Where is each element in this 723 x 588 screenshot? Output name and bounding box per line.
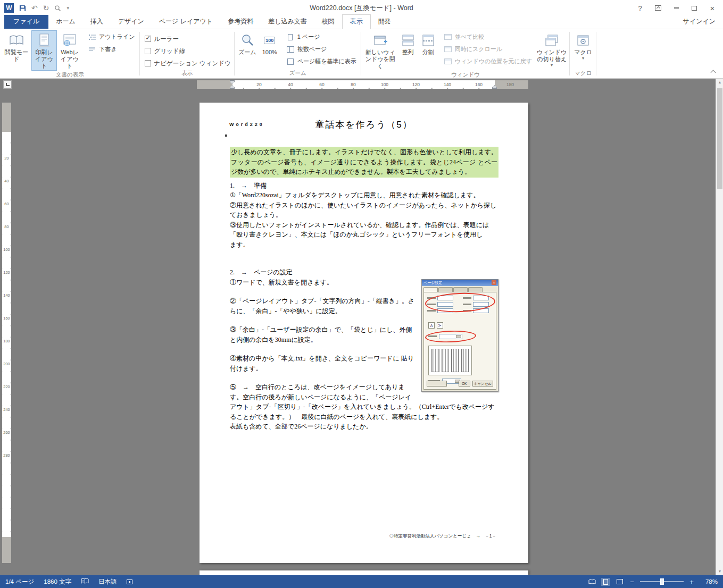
gridlines-checkbox[interactable]: グリッド線	[145, 46, 231, 56]
scroll-down-icon[interactable]: ▼	[716, 568, 723, 575]
print-layout-button[interactable]: 印刷レイアウト	[31, 30, 57, 71]
checkbox-icon	[145, 48, 151, 54]
tab-developer[interactable]: 開発	[371, 15, 398, 29]
scroll-up-icon[interactable]: ▲	[716, 79, 723, 86]
page-width-icon	[286, 58, 295, 65]
tab-file[interactable]: ファイル	[4, 15, 48, 29]
ruler-tick: 180	[506, 80, 514, 89]
tab-references[interactable]: 参考資料	[220, 15, 261, 29]
vertical-scrollbar[interactable]: ▲ ▼	[716, 79, 723, 575]
ruler-page-area	[2, 132, 11, 537]
red-ellipse-annotation	[425, 330, 477, 343]
paragraph: 表紙も含めて、全部で26ページになりましたか。	[230, 422, 498, 432]
qat-customize-icon[interactable]: ▾	[67, 4, 69, 12]
page-indicator[interactable]: 1/4 ページ	[5, 578, 34, 586]
collapse-ribbon-icon[interactable]	[710, 69, 717, 75]
ruler-page-area	[232, 80, 495, 89]
zoom-out-icon[interactable]: −	[629, 578, 635, 586]
vertical-ruler[interactable]: 20 40 60 80 100 120 140 160 180 200 220 …	[2, 103, 11, 563]
repeat-icon[interactable]: ↻	[43, 4, 49, 12]
zoom-100-button[interactable]: 100 100%	[259, 30, 281, 69]
print-preview-icon[interactable]	[54, 5, 61, 12]
ribbon: 閲覧モード 印刷レイアウト Webレイアウト	[0, 29, 723, 79]
switch-windows-button[interactable]: ウィンドウの切り替え ▾	[535, 30, 568, 69]
ruler-tick: 40	[288, 80, 293, 89]
tab-design[interactable]: デザイン	[111, 15, 152, 29]
split-button[interactable]: 分割	[418, 30, 438, 69]
read-mode-label: 閲覧モード	[3, 49, 30, 63]
tab-insert[interactable]: 挿入	[83, 15, 111, 29]
maximize-icon[interactable]	[690, 4, 699, 12]
split-icon	[422, 33, 435, 48]
zoom-button[interactable]: ズーム	[236, 30, 259, 69]
macro-record-icon[interactable]	[127, 579, 132, 584]
draft-icon	[88, 46, 96, 53]
outline-label: アウトライン	[99, 33, 135, 41]
zoom-label: ズーム	[238, 49, 256, 56]
checkbox-icon	[145, 60, 151, 66]
new-window-icon	[373, 33, 387, 48]
one-page-button[interactable]: 1 ページ	[284, 31, 359, 43]
tab-selector[interactable]	[3, 80, 12, 89]
zoom-100-icon: 100	[264, 33, 275, 48]
scrollbar-thumb[interactable]	[717, 88, 722, 189]
ruler-tick: 20	[2, 156, 11, 161]
multiple-pages-label: 複数ページ	[297, 45, 327, 53]
zoom-slider[interactable]	[640, 578, 684, 585]
new-window-label: 新しいウィンドウを開く	[364, 49, 397, 70]
tab-mailings[interactable]: 差し込み文書	[261, 15, 314, 29]
macros-button[interactable]: マクロ ▾	[571, 30, 595, 69]
paragraph-mark	[225, 135, 227, 137]
new-window-button[interactable]: 新しいウィンドウを開く	[363, 30, 398, 71]
close-icon[interactable]: ×	[708, 4, 717, 12]
horizontal-ruler[interactable]: 20 40 60 80 100 120 140 160 180	[197, 80, 528, 89]
window-title: Word220.docx [互換モード] - Word	[0, 4, 723, 13]
tab-view[interactable]: 表示	[342, 14, 371, 29]
minimize-icon[interactable]	[672, 4, 680, 12]
save-icon[interactable]	[19, 5, 26, 12]
web-layout-button[interactable]: Webレイアウト	[57, 30, 82, 71]
tab-review[interactable]: 校閲	[314, 15, 342, 29]
signin-link[interactable]: サインイン	[676, 15, 723, 29]
draft-label: 下書き	[99, 45, 117, 53]
page-setup-dialog-image: ページ設定 ×	[421, 279, 498, 392]
print-layout-view-icon[interactable]	[601, 578, 610, 586]
language-indicator[interactable]: 日本語	[98, 578, 117, 586]
tab-page-layout[interactable]: ページ レイアウト	[152, 15, 220, 29]
reset-window-position-icon	[444, 58, 452, 64]
ruler-checkbox[interactable]: ルーラー	[145, 33, 231, 44]
word-count[interactable]: 1860 文字	[44, 578, 71, 586]
proofing-icon[interactable]	[81, 578, 89, 585]
ruler-tick: 280	[2, 453, 11, 458]
ruler-tick: 80	[2, 224, 11, 229]
ruler-tick: 80	[351, 80, 355, 89]
arrange-all-button[interactable]: 整列	[398, 30, 418, 69]
macros-label: マクロ	[574, 49, 592, 56]
document-page[interactable]: Word220 童話本を作ろう（5） 少し長めの文章を、冊子にします。イラストだ…	[200, 103, 528, 563]
help-icon[interactable]: ?	[636, 4, 644, 12]
switch-windows-label: ウィンドウの切り替え	[536, 49, 567, 63]
ruler-tick: 200	[2, 362, 11, 366]
reset-window-position-button: ウィンドウの位置を元に戻す	[442, 56, 534, 67]
navigation-pane-label: ナビゲーション ウィンドウ	[154, 60, 231, 68]
group-label-window: ウィンドウ	[363, 71, 568, 79]
print-layout-icon	[38, 33, 51, 48]
read-mode-view-icon[interactable]	[587, 578, 596, 586]
zoom-percentage[interactable]: 78%	[700, 578, 718, 585]
web-layout-view-icon[interactable]	[615, 578, 624, 586]
tab-home[interactable]: ホーム	[48, 15, 83, 29]
set-default-button-shape	[427, 381, 447, 387]
read-mode-button[interactable]: 閲覧モード	[2, 30, 31, 69]
outline-button[interactable]: アウトライン	[86, 31, 137, 43]
ribbon-display-options-icon[interactable]	[654, 4, 662, 12]
view-side-by-side-icon	[444, 34, 452, 40]
group-label-show: 表示	[142, 69, 233, 78]
page-width-button[interactable]: ページ幅を基準に表示	[284, 56, 359, 67]
zoom-slider-thumb[interactable]	[660, 578, 664, 585]
zoom-in-icon[interactable]: +	[688, 578, 695, 586]
multiple-pages-button[interactable]: 複数ページ	[284, 44, 359, 55]
gridlines-label: グリッド線	[154, 47, 186, 55]
undo-icon[interactable]: ↶	[31, 4, 38, 12]
draft-button[interactable]: 下書き	[86, 44, 137, 55]
navigation-pane-checkbox[interactable]: ナビゲーション ウィンドウ	[145, 58, 231, 69]
